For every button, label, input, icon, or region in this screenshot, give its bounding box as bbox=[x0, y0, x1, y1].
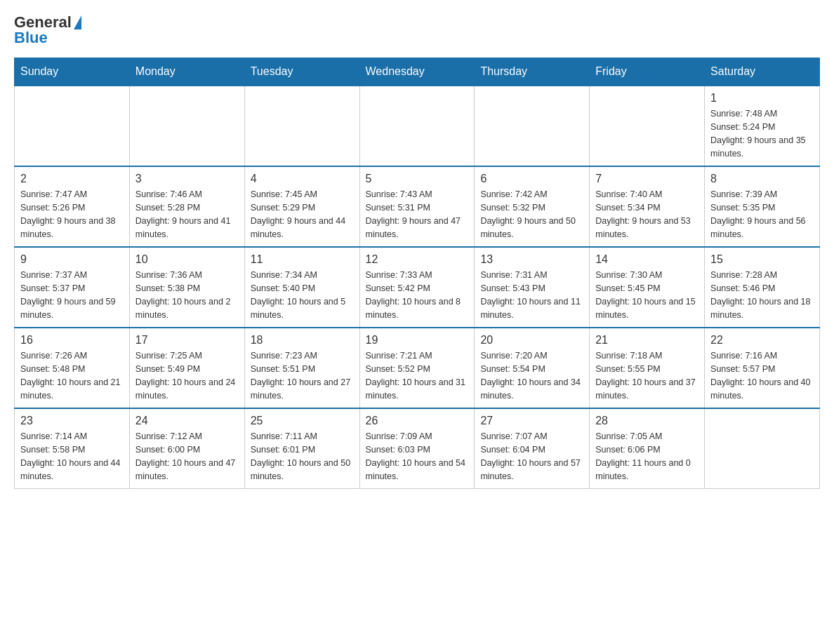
day-number: 25 bbox=[251, 415, 354, 427]
day-info: Sunrise: 7:12 AMSunset: 6:00 PMDaylight:… bbox=[135, 430, 239, 483]
day-number: 5 bbox=[366, 173, 469, 185]
calendar-cell: 25Sunrise: 7:11 AMSunset: 6:01 PMDayligh… bbox=[244, 408, 359, 489]
logo-triangle-icon bbox=[74, 15, 81, 29]
day-number: 10 bbox=[135, 253, 239, 266]
calendar-cell bbox=[244, 86, 359, 166]
day-info: Sunrise: 7:48 AMSunset: 5:24 PMDaylight:… bbox=[710, 107, 814, 160]
day-info: Sunrise: 7:47 AMSunset: 5:26 PMDaylight:… bbox=[20, 188, 124, 241]
calendar-cell bbox=[129, 86, 244, 166]
day-number: 8 bbox=[710, 173, 814, 185]
day-number: 14 bbox=[595, 253, 699, 266]
calendar-cell: 17Sunrise: 7:25 AMSunset: 5:49 PMDayligh… bbox=[129, 328, 244, 408]
day-info: Sunrise: 7:23 AMSunset: 5:51 PMDaylight:… bbox=[251, 349, 354, 402]
day-number: 1 bbox=[710, 92, 814, 105]
logo-blue: Blue bbox=[14, 29, 81, 46]
day-number: 26 bbox=[366, 415, 469, 427]
calendar-week-row: 9Sunrise: 7:37 AMSunset: 5:37 PMDaylight… bbox=[15, 247, 820, 328]
day-number: 17 bbox=[135, 334, 239, 347]
day-info: Sunrise: 7:37 AMSunset: 5:37 PMDaylight:… bbox=[20, 269, 124, 321]
calendar-cell: 8Sunrise: 7:39 AMSunset: 5:35 PMDaylight… bbox=[705, 166, 820, 247]
calendar-cell: 5Sunrise: 7:43 AMSunset: 5:31 PMDaylight… bbox=[359, 166, 475, 247]
calendar-cell: 11Sunrise: 7:34 AMSunset: 5:40 PMDayligh… bbox=[244, 247, 359, 328]
day-info: Sunrise: 7:31 AMSunset: 5:43 PMDaylight:… bbox=[480, 269, 583, 321]
calendar-week-row: 2Sunrise: 7:47 AMSunset: 5:26 PMDaylight… bbox=[15, 166, 820, 247]
calendar-cell: 1Sunrise: 7:48 AMSunset: 5:24 PMDaylight… bbox=[705, 86, 820, 166]
calendar-week-row: 16Sunrise: 7:26 AMSunset: 5:48 PMDayligh… bbox=[15, 328, 820, 408]
column-header-sunday: Sunday bbox=[15, 58, 130, 86]
day-info: Sunrise: 7:45 AMSunset: 5:29 PMDaylight:… bbox=[251, 188, 354, 241]
calendar-cell: 21Sunrise: 7:18 AMSunset: 5:55 PMDayligh… bbox=[590, 328, 705, 408]
day-number: 15 bbox=[710, 253, 814, 266]
day-info: Sunrise: 7:34 AMSunset: 5:40 PMDaylight:… bbox=[251, 269, 354, 321]
calendar-cell: 9Sunrise: 7:37 AMSunset: 5:37 PMDaylight… bbox=[15, 247, 130, 328]
calendar-week-row: 23Sunrise: 7:14 AMSunset: 5:58 PMDayligh… bbox=[15, 408, 820, 489]
column-header-wednesday: Wednesday bbox=[359, 58, 475, 86]
calendar-cell: 12Sunrise: 7:33 AMSunset: 5:42 PMDayligh… bbox=[359, 247, 475, 328]
day-info: Sunrise: 7:14 AMSunset: 5:58 PMDaylight:… bbox=[20, 430, 124, 483]
day-number: 7 bbox=[595, 173, 699, 185]
day-info: Sunrise: 7:33 AMSunset: 5:42 PMDaylight:… bbox=[366, 269, 469, 321]
day-info: Sunrise: 7:09 AMSunset: 6:03 PMDaylight:… bbox=[366, 430, 469, 483]
calendar-cell: 7Sunrise: 7:40 AMSunset: 5:34 PMDaylight… bbox=[590, 166, 705, 247]
day-number: 24 bbox=[135, 415, 239, 427]
day-info: Sunrise: 7:07 AMSunset: 6:04 PMDaylight:… bbox=[480, 430, 583, 483]
column-header-saturday: Saturday bbox=[705, 58, 820, 86]
calendar-cell: 4Sunrise: 7:45 AMSunset: 5:29 PMDaylight… bbox=[244, 166, 359, 247]
day-info: Sunrise: 7:40 AMSunset: 5:34 PMDaylight:… bbox=[595, 188, 699, 241]
calendar-cell: 22Sunrise: 7:16 AMSunset: 5:57 PMDayligh… bbox=[705, 328, 820, 408]
day-number: 16 bbox=[20, 334, 124, 347]
calendar-cell bbox=[359, 86, 475, 166]
calendar-cell bbox=[705, 408, 820, 489]
calendar-cell: 10Sunrise: 7:36 AMSunset: 5:38 PMDayligh… bbox=[129, 247, 244, 328]
day-info: Sunrise: 7:42 AMSunset: 5:32 PMDaylight:… bbox=[480, 188, 583, 241]
day-info: Sunrise: 7:46 AMSunset: 5:28 PMDaylight:… bbox=[135, 188, 239, 241]
day-number: 21 bbox=[595, 334, 699, 347]
day-number: 2 bbox=[20, 173, 124, 185]
day-info: Sunrise: 7:26 AMSunset: 5:48 PMDaylight:… bbox=[20, 349, 124, 402]
calendar-week-row: 1Sunrise: 7:48 AMSunset: 5:24 PMDaylight… bbox=[15, 86, 820, 166]
column-header-friday: Friday bbox=[590, 58, 705, 86]
calendar-cell: 14Sunrise: 7:30 AMSunset: 5:45 PMDayligh… bbox=[590, 247, 705, 328]
day-number: 11 bbox=[251, 253, 354, 266]
day-info: Sunrise: 7:43 AMSunset: 5:31 PMDaylight:… bbox=[366, 188, 469, 241]
day-number: 9 bbox=[20, 253, 124, 266]
calendar-cell: 15Sunrise: 7:28 AMSunset: 5:46 PMDayligh… bbox=[705, 247, 820, 328]
day-info: Sunrise: 7:39 AMSunset: 5:35 PMDaylight:… bbox=[710, 188, 814, 241]
day-info: Sunrise: 7:36 AMSunset: 5:38 PMDaylight:… bbox=[135, 269, 239, 321]
column-header-tuesday: Tuesday bbox=[244, 58, 359, 86]
calendar-table: SundayMondayTuesdayWednesdayThursdayFrid… bbox=[14, 58, 820, 489]
calendar-cell bbox=[475, 86, 590, 166]
day-number: 12 bbox=[366, 253, 469, 266]
calendar-cell: 16Sunrise: 7:26 AMSunset: 5:48 PMDayligh… bbox=[15, 328, 130, 408]
calendar-cell: 2Sunrise: 7:47 AMSunset: 5:26 PMDaylight… bbox=[15, 166, 130, 247]
day-info: Sunrise: 7:28 AMSunset: 5:46 PMDaylight:… bbox=[710, 269, 814, 321]
calendar-cell: 18Sunrise: 7:23 AMSunset: 5:51 PMDayligh… bbox=[244, 328, 359, 408]
calendar-cell bbox=[590, 86, 705, 166]
calendar-cell bbox=[15, 86, 130, 166]
calendar-cell: 28Sunrise: 7:05 AMSunset: 6:06 PMDayligh… bbox=[590, 408, 705, 489]
calendar-cell: 27Sunrise: 7:07 AMSunset: 6:04 PMDayligh… bbox=[475, 408, 590, 489]
calendar-cell: 13Sunrise: 7:31 AMSunset: 5:43 PMDayligh… bbox=[475, 247, 590, 328]
day-number: 27 bbox=[480, 415, 583, 427]
day-number: 23 bbox=[20, 415, 124, 427]
day-info: Sunrise: 7:25 AMSunset: 5:49 PMDaylight:… bbox=[135, 349, 239, 402]
day-info: Sunrise: 7:16 AMSunset: 5:57 PMDaylight:… bbox=[710, 349, 814, 402]
calendar-cell: 23Sunrise: 7:14 AMSunset: 5:58 PMDayligh… bbox=[15, 408, 130, 489]
day-number: 13 bbox=[480, 253, 583, 266]
day-info: Sunrise: 7:21 AMSunset: 5:52 PMDaylight:… bbox=[366, 349, 469, 402]
day-number: 3 bbox=[135, 173, 239, 185]
logo: General Blue bbox=[14, 14, 81, 46]
day-number: 6 bbox=[480, 173, 583, 185]
day-info: Sunrise: 7:05 AMSunset: 6:06 PMDaylight:… bbox=[595, 430, 699, 483]
day-number: 20 bbox=[480, 334, 583, 347]
calendar-header-row: SundayMondayTuesdayWednesdayThursdayFrid… bbox=[15, 58, 820, 86]
column-header-thursday: Thursday bbox=[475, 58, 590, 86]
calendar-cell: 6Sunrise: 7:42 AMSunset: 5:32 PMDaylight… bbox=[475, 166, 590, 247]
day-number: 28 bbox=[595, 415, 699, 427]
calendar-cell: 26Sunrise: 7:09 AMSunset: 6:03 PMDayligh… bbox=[359, 408, 475, 489]
day-info: Sunrise: 7:30 AMSunset: 5:45 PMDaylight:… bbox=[595, 269, 699, 321]
page-header: General Blue bbox=[14, 14, 820, 46]
column-header-monday: Monday bbox=[129, 58, 244, 86]
day-info: Sunrise: 7:18 AMSunset: 5:55 PMDaylight:… bbox=[595, 349, 699, 402]
day-info: Sunrise: 7:20 AMSunset: 5:54 PMDaylight:… bbox=[480, 349, 583, 402]
